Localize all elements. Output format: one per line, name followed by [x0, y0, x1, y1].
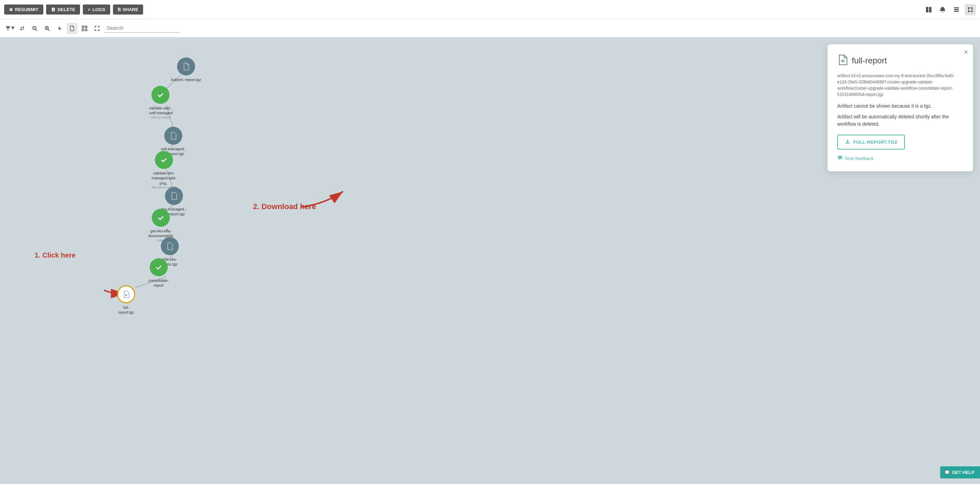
download-button[interactable]: FULL-REPORT.TGZ: [837, 135, 905, 149]
list-icon: ≡: [88, 7, 91, 12]
svg-rect-3: [954, 9, 959, 10]
node-circle-validate: [151, 86, 169, 104]
logs-button[interactable]: ≡ LOGS: [83, 5, 110, 14]
zoom-in-icon[interactable]: [41, 23, 52, 34]
node-label-kubent: kubent- report.tgz: [171, 77, 201, 82]
file-icon[interactable]: [67, 23, 78, 34]
svg-rect-2: [954, 7, 959, 8]
annotation-click-here: 1. Click here: [35, 251, 76, 259]
node-circle-kubent: [177, 57, 195, 76]
node-validate-eks[interactable]: validate-eks-managed-add-png.. eks-add-o…: [148, 151, 180, 189]
share-button[interactable]: ⎘ SHARE: [113, 5, 143, 14]
annotation-download-here: 2. Download here: [253, 202, 316, 211]
fit-icon[interactable]: [79, 23, 90, 34]
svg-marker-13: [6, 26, 10, 30]
svg-rect-0: [926, 7, 928, 13]
graph-view-icon[interactable]: [965, 4, 976, 15]
lightning-icon[interactable]: [54, 23, 65, 34]
main-area: kubent- report.tgz validate-add..-self-m…: [0, 37, 980, 484]
node-circle-get-eks: [152, 209, 170, 227]
close-button[interactable]: ×: [964, 48, 968, 56]
sub-toolbar: [0, 19, 980, 37]
resubmit-button[interactable]: ⊕ RESUBMIT: [4, 5, 43, 14]
node-validate-add[interactable]: validate-add..-self-managed add-on-repor…: [148, 86, 173, 119]
svg-marker-22: [58, 26, 61, 31]
panel-url: artifact:s3:s3.amazonaws.com:my-tf-test-…: [837, 73, 963, 98]
svg-line-19: [48, 29, 50, 31]
get-help-button[interactable]: 💬 GET HELP: [940, 467, 980, 478]
node-circle-k8s-eks: [161, 237, 179, 255]
svg-line-16: [36, 29, 37, 31]
panel-toggle-icon[interactable]: [923, 4, 934, 15]
node-sublabel-validate: add-on-report: [151, 116, 170, 119]
chat-icon: [837, 155, 843, 162]
svg-marker-14: [11, 27, 14, 29]
filter-icon[interactable]: [4, 23, 15, 34]
svg-rect-25: [82, 29, 84, 31]
node-label-consolidate: consolidate-report: [148, 278, 169, 288]
fullscreen-icon[interactable]: [91, 23, 103, 34]
zoom-out-icon[interactable]: [29, 23, 40, 34]
trash-icon: 🗑: [51, 7, 56, 12]
svg-rect-1: [929, 7, 931, 13]
panel-notice1: Artifact cannot be shown because it is a…: [837, 103, 963, 110]
doc-view-icon[interactable]: [951, 4, 962, 15]
artifact-panel: × full-report artifact:s3:s3.amazonaws.c…: [827, 44, 973, 171]
node-circle-validate-eks: [155, 151, 173, 169]
toolbar-left: ⊕ RESUBMIT 🗑 DELETE ≡ LOGS ⎘ SHARE: [4, 5, 143, 14]
node-circle-self-managed: [164, 127, 182, 145]
node-label-validate: validate-add..-self-managed: [148, 106, 173, 116]
svg-rect-4: [954, 11, 959, 12]
feedback-link[interactable]: Give feedback: [837, 155, 963, 162]
plus-icon: ⊕: [9, 7, 13, 12]
sort-icon[interactable]: [17, 23, 28, 34]
search-input[interactable]: [104, 24, 180, 33]
toolbar-right: [923, 4, 976, 15]
bell-icon[interactable]: [937, 4, 948, 15]
node-circle-full-report: [117, 285, 135, 303]
svg-rect-24: [85, 26, 87, 28]
panel-title: full-report: [837, 54, 963, 67]
node-circle-consolidate: [150, 258, 168, 276]
download-icon: [845, 139, 850, 145]
svg-rect-26: [85, 29, 87, 31]
panel-doc-icon: [837, 54, 848, 67]
node-circle-eks-managed: [165, 187, 183, 205]
node-label-validate-eks: validate-eks-managed-add-png..: [148, 171, 180, 186]
node-full-report[interactable]: full-report.tgz: [117, 285, 135, 315]
node-label-full-report: full-report.tgz: [118, 305, 134, 315]
help-icon: 💬: [944, 470, 950, 475]
node-kubent-report[interactable]: kubent- report.tgz: [171, 57, 201, 82]
svg-rect-40: [846, 143, 850, 144]
node-consolidate[interactable]: consolidate-report: [148, 258, 169, 288]
share-icon: ⎘: [118, 7, 121, 12]
panel-notice2: Artifact will be automatically deleted s…: [837, 113, 963, 128]
svg-rect-23: [82, 26, 84, 28]
delete-button[interactable]: 🗑 DELETE: [46, 5, 80, 14]
